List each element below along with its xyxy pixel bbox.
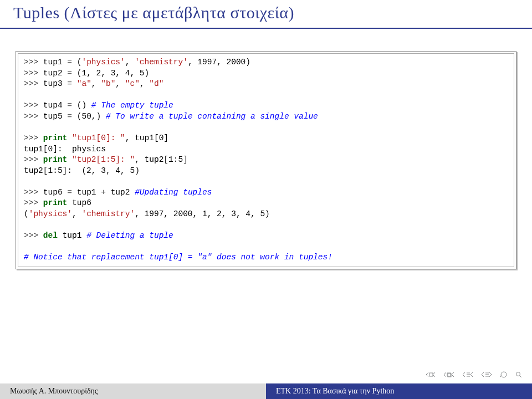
svg-rect-0 — [429, 373, 433, 376]
beamer-nav — [426, 371, 522, 378]
nav-next-icon[interactable] — [481, 372, 492, 377]
svg-point-3 — [516, 372, 520, 376]
nav-search-icon[interactable] — [515, 371, 522, 378]
code-frame-outer: >>> tup1 = ('physics', 'chemistry', 1997… — [16, 51, 516, 269]
content-area: >>> tup1 = ('physics', 'chemistry', 1997… — [0, 29, 532, 399]
footer-bar: Μωυσής Α. Μπουντουρίδης ΕΤΚ 2013: Τα Βασ… — [0, 383, 532, 399]
code-frame: >>> tup1 = ('physics', 'chemistry', 1997… — [18, 53, 514, 267]
code-block: >>> tup1 = ('physics', 'chemistry', 1997… — [18, 54, 514, 267]
nav-back-icon[interactable] — [500, 371, 508, 378]
title-bar: Tuples (Λίστες με αμετάβλητα στοιχεία) — [0, 0, 532, 28]
nav-first-icon[interactable] — [426, 372, 436, 377]
slide: Tuples (Λίστες με αμετάβλητα στοιχεία) >… — [0, 0, 532, 399]
footer-title: ΕΤΚ 2013: Τα Βασικά για την Python — [266, 383, 532, 399]
nav-prev-icon[interactable] — [462, 372, 473, 377]
slide-title: Tuples (Λίστες με αμετάβλητα στοιχεία) — [13, 3, 519, 22]
footer-author: Μωυσής Α. Μπουντουρίδης — [0, 383, 266, 399]
nav-prev-section-icon[interactable] — [443, 372, 454, 377]
